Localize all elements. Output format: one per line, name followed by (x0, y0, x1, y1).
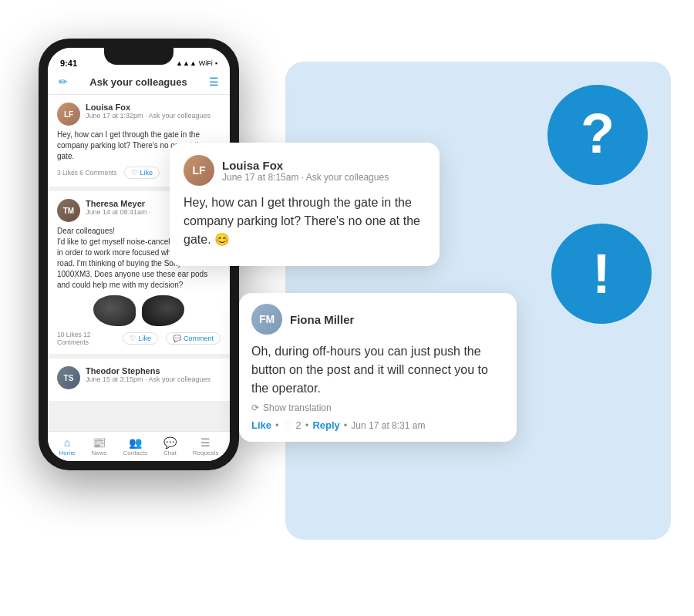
avatar-theodor: TS (57, 366, 80, 389)
avatar-theresa: TM (57, 199, 80, 222)
comment-label-2: Comment (184, 335, 214, 342)
heart-count: 2 (296, 419, 302, 431)
post-date-3: June 15 at 3:15pm · Ask your colleagues (86, 375, 221, 383)
post-header-3: TS Theodor Stephens June 15 at 3:15pm · … (57, 366, 221, 389)
show-translation-label[interactable]: Show translation (263, 402, 332, 413)
exclamation-symbol: ! (592, 246, 611, 301)
nav-contacts-label: Contacts (123, 449, 147, 456)
app-header: ✏ Ask your colleagues ☰ (48, 71, 230, 95)
nav-chat[interactable]: 💬 Chat (163, 436, 177, 456)
header-title: Ask your colleagues (89, 76, 187, 88)
louisa-card-date: June 17 at 8:15am · Ask your colleagues (222, 172, 389, 183)
contacts-icon: 👥 (129, 436, 142, 449)
status-bar: 9:41 ▲▲▲ WiFi ▪ (48, 48, 230, 71)
post-author-3: Theodor Stephens (86, 366, 221, 375)
translation-icon: ⟳ (251, 402, 259, 413)
status-time: 9:41 (60, 59, 77, 68)
nav-chat-label: Chat (163, 449, 177, 456)
post-card-theodor: TS Theodor Stephens June 15 at 3:15pm · … (48, 358, 230, 401)
fiona-reply-button[interactable]: Reply (312, 419, 339, 431)
earphone-left (93, 295, 136, 326)
louisa-card-header: LF Louisa Fox June 17 at 8:15am · Ask yo… (184, 155, 426, 186)
post-header-1: LF Louisa Fox June 17 at 1:32pm · Ask yo… (57, 103, 221, 126)
post-stats-2: 10 Likes 12 Comments (57, 331, 115, 346)
nav-contacts[interactable]: 👥 Contacts (123, 436, 147, 456)
fiona-card-actions: Like • ♡ 2 • Reply • Jun 17 at 8:31 am (251, 419, 504, 431)
nav-home-label: Home (59, 449, 75, 456)
louisa-card-text: Hey, how can I get through the gate in t… (184, 194, 426, 249)
fiona-card-text: Oh, during off-hours you can just push t… (251, 342, 504, 398)
heart-icon-1: ♡ (131, 169, 137, 177)
fiona-floating-card: FM Fiona Miller Oh, during off-hours you… (239, 293, 517, 442)
louisa-card-author: Louisa Fox (222, 159, 389, 172)
question-circle: ? (547, 85, 648, 185)
separator-2: • (305, 419, 309, 431)
like-label-2: Like (138, 335, 151, 342)
fiona-card-header: FM Fiona Miller (251, 304, 504, 335)
like-button-1[interactable]: ♡ Like (124, 167, 160, 179)
louisa-card-avatar: LF (184, 155, 214, 186)
edit-icon[interactable]: ✏ (59, 76, 68, 88)
requests-icon: ☰ (200, 436, 211, 449)
like-label-1: Like (140, 169, 153, 177)
earphone-right (142, 295, 184, 326)
exclamation-circle: ! (551, 224, 652, 324)
post-author-1: Louisa Fox (86, 103, 221, 112)
avatar-louisa-post: LF (57, 103, 80, 126)
louisa-floating-card: LF Louisa Fox June 17 at 8:15am · Ask yo… (170, 143, 440, 266)
nav-news-label: News (92, 449, 107, 456)
status-icons: ▲▲▲ WiFi ▪ (176, 59, 217, 67)
nav-news[interactable]: 📰 News (92, 436, 107, 456)
separator-1: • (275, 419, 279, 431)
home-icon: ⌂ (64, 436, 70, 449)
comment-icon-2: 💬 (173, 335, 181, 342)
news-icon: 📰 (93, 436, 106, 449)
nav-home[interactable]: ⌂ Home (59, 436, 75, 456)
heart-icon-2: ♡ (130, 335, 136, 342)
nav-requests[interactable]: ☰ Requests (193, 436, 219, 456)
fiona-translation-row: ⟳ Show translation (251, 402, 504, 413)
separator-3: • (344, 419, 348, 431)
bottom-nav: ⌂ Home 📰 News 👥 Contacts 💬 Chat ☰ R (48, 431, 230, 461)
fiona-card-avatar: FM (251, 304, 282, 335)
nav-requests-label: Requests (193, 449, 219, 456)
post-actions-2: 10 Likes 12 Comments ♡ Like 💬 Comment (57, 331, 221, 346)
fiona-heart-icon: ♡ (283, 419, 292, 431)
like-button-2[interactable]: ♡ Like (123, 332, 158, 345)
menu-icon[interactable]: ☰ (209, 76, 219, 88)
chat-icon: 💬 (163, 436, 177, 449)
post-stats-1: 3 Likes 6 Comments (57, 169, 116, 177)
question-symbol: ? (581, 106, 615, 161)
earphones-image (57, 295, 221, 326)
fiona-card-time: Jun 17 at 8:31 am (351, 420, 425, 431)
fiona-like-button[interactable]: Like (251, 419, 271, 431)
comment-button-2[interactable]: 💬 Comment (166, 332, 221, 345)
post-date-1: June 17 at 1:32pm · Ask your colleagues (86, 112, 221, 119)
fiona-card-author: Fiona Miller (290, 313, 354, 326)
